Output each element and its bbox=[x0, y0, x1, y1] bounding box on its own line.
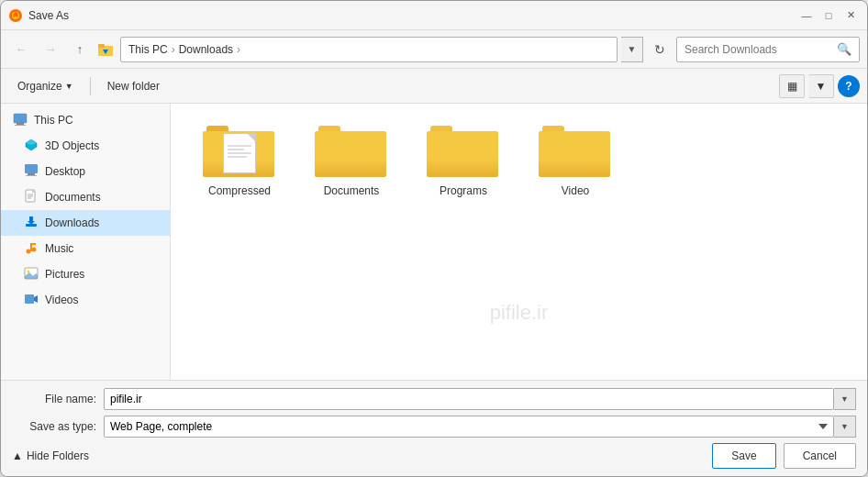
chevron-up-icon: ▲ bbox=[12, 449, 23, 462]
sidebar-item-pictures[interactable]: Pictures bbox=[1, 261, 170, 287]
hide-folders-button[interactable]: ▲ Hide Folders bbox=[12, 449, 89, 462]
toolbar-separator bbox=[90, 77, 91, 95]
documents-folder-icon bbox=[315, 126, 388, 181]
refresh-button[interactable]: ↻ bbox=[647, 37, 673, 62]
svg-point-23 bbox=[32, 247, 37, 251]
folder-compressed[interactable]: Compressed bbox=[189, 118, 290, 205]
savetype-label: Save as type: bbox=[12, 420, 104, 433]
bottom-bar: File name: ▼ Save as type: Web Page, com… bbox=[1, 380, 867, 476]
svg-marker-30 bbox=[34, 295, 38, 303]
this-pc-icon bbox=[12, 112, 28, 129]
watermark: pifile.ir bbox=[490, 301, 549, 325]
svg-rect-29 bbox=[25, 294, 34, 304]
back-button[interactable]: ← bbox=[8, 37, 34, 62]
sidebar-item-documents[interactable]: Documents bbox=[1, 184, 170, 210]
minimize-button[interactable]: — bbox=[797, 6, 816, 25]
view-dropdown-button[interactable]: ▼ bbox=[808, 74, 834, 98]
svg-rect-3 bbox=[98, 44, 105, 48]
savetype-dropdown-button[interactable]: ▼ bbox=[834, 416, 856, 438]
window-title: Save As bbox=[28, 9, 797, 22]
path-segment-thispc: This PC bbox=[128, 43, 168, 56]
sidebar-label-documents: Documents bbox=[45, 191, 101, 204]
view-button[interactable]: ▦ bbox=[779, 74, 805, 98]
folder-documents[interactable]: Documents bbox=[301, 118, 402, 205]
new-folder-button[interactable]: New folder bbox=[98, 74, 169, 98]
organize-button[interactable]: Organize ▼ bbox=[8, 74, 83, 98]
compressed-folder-label: Compressed bbox=[208, 184, 271, 197]
sidebar-item-desktop[interactable]: Desktop bbox=[1, 159, 170, 184]
svg-rect-6 bbox=[17, 123, 24, 125]
svg-rect-11 bbox=[28, 173, 35, 175]
sidebar-label-3d-objects: 3D Objects bbox=[45, 139, 99, 152]
svg-rect-25 bbox=[30, 243, 36, 245]
svg-marker-14 bbox=[32, 190, 35, 193]
title-bar: Save As — □ ✕ bbox=[1, 1, 867, 30]
desktop-icon bbox=[23, 163, 39, 181]
forward-button[interactable]: → bbox=[38, 37, 63, 62]
main-content: This PC 3D Objects bbox=[1, 104, 867, 380]
address-path[interactable]: This PC › Downloads › bbox=[120, 37, 618, 62]
svg-rect-7 bbox=[15, 125, 26, 126]
video-folder-icon bbox=[539, 126, 612, 181]
folder-programs[interactable]: Programs bbox=[413, 118, 514, 205]
documents-folder-label: Documents bbox=[324, 184, 380, 197]
programs-folder-label: Programs bbox=[440, 184, 487, 197]
path-segment-downloads: Downloads bbox=[179, 43, 233, 56]
music-icon bbox=[23, 240, 39, 258]
firefox-icon bbox=[8, 8, 23, 23]
downloads-icon bbox=[23, 215, 39, 232]
pictures-icon bbox=[23, 266, 39, 283]
savetype-row: Save as type: Web Page, complete ▼ bbox=[12, 416, 856, 438]
sidebar: This PC 3D Objects bbox=[1, 104, 171, 380]
path-folder-icon bbox=[96, 40, 115, 59]
search-box: 🔍 bbox=[676, 37, 860, 62]
help-button[interactable]: ? bbox=[838, 75, 860, 97]
save-button[interactable]: Save bbox=[712, 443, 775, 469]
close-button[interactable]: ✕ bbox=[841, 6, 860, 25]
toolbar: Organize ▼ New folder ▦ ▼ ? bbox=[1, 69, 867, 104]
3d-objects-icon bbox=[23, 138, 39, 155]
documents-icon bbox=[23, 189, 39, 206]
window-controls: — □ ✕ bbox=[797, 6, 860, 25]
videos-icon bbox=[23, 292, 39, 309]
folder-video[interactable]: Video bbox=[525, 118, 626, 205]
search-input[interactable] bbox=[684, 43, 833, 56]
action-buttons: Save Cancel bbox=[712, 443, 856, 469]
sidebar-item-3d-objects[interactable]: 3D Objects bbox=[1, 133, 170, 159]
address-bar: ← → ↑ This PC › Downloads › ▼ ↻ 🔍 bbox=[1, 30, 867, 69]
sidebar-label-videos: Videos bbox=[45, 294, 78, 306]
svg-rect-5 bbox=[14, 114, 27, 123]
compressed-folder-icon bbox=[203, 126, 276, 181]
cancel-button[interactable]: Cancel bbox=[784, 443, 856, 469]
file-area: Compressed Documents Programs bbox=[171, 104, 867, 380]
sidebar-label-desktop: Desktop bbox=[45, 165, 85, 178]
sidebar-label-music: Music bbox=[45, 242, 73, 255]
sidebar-item-music[interactable]: Music bbox=[1, 236, 170, 261]
filename-label: File name: bbox=[12, 393, 104, 405]
sidebar-item-this-pc[interactable]: This PC bbox=[1, 107, 170, 133]
filename-row: File name: ▼ bbox=[12, 388, 856, 410]
sidebar-item-downloads[interactable]: Downloads bbox=[1, 210, 170, 236]
sidebar-label-downloads: Downloads bbox=[45, 216, 99, 229]
savetype-select[interactable]: Web Page, complete bbox=[104, 416, 834, 438]
save-as-dialog: Save As — □ ✕ ← → ↑ This PC › Downloads … bbox=[0, 0, 868, 477]
filename-input[interactable] bbox=[104, 388, 834, 410]
sidebar-label-this-pc: This PC bbox=[34, 114, 73, 127]
video-folder-label: Video bbox=[562, 184, 589, 197]
sidebar-label-pictures: Pictures bbox=[45, 268, 84, 281]
sidebar-item-videos[interactable]: Videos bbox=[1, 287, 170, 313]
address-dropdown-button[interactable]: ▼ bbox=[621, 37, 643, 62]
svg-rect-12 bbox=[26, 175, 37, 176]
programs-folder-icon bbox=[427, 126, 500, 181]
action-row: ▲ Hide Folders Save Cancel bbox=[12, 443, 856, 469]
maximize-button[interactable]: □ bbox=[819, 6, 838, 25]
svg-point-27 bbox=[28, 270, 30, 272]
svg-point-22 bbox=[27, 249, 31, 253]
up-button[interactable]: ↑ bbox=[67, 37, 93, 62]
organize-dropdown-icon: ▼ bbox=[65, 82, 73, 91]
svg-rect-10 bbox=[25, 164, 38, 173]
search-icon: 🔍 bbox=[837, 42, 851, 56]
filename-dropdown-button[interactable]: ▼ bbox=[834, 388, 856, 410]
